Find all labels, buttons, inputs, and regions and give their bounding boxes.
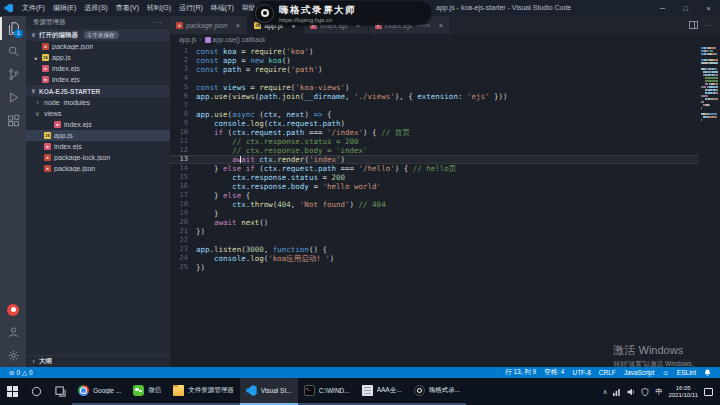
code-line-24[interactable]: 24 console.log('koa应用启动! '): [170, 254, 698, 263]
code-editor[interactable]: 1const koa = require('koa')2const app = …: [170, 45, 720, 367]
code-line-9[interactable]: 9 console.log(ctx.request.path): [170, 119, 698, 128]
code-line-23[interactable]: 23app.listen(3000, function() {: [170, 245, 698, 254]
tree-item-node_modules[interactable]: ›node_modules: [26, 97, 170, 108]
search-icon[interactable]: [0, 40, 26, 63]
security-shield-icon[interactable]: [641, 388, 649, 396]
network-icon[interactable]: [613, 388, 621, 396]
tree-item-views[interactable]: ∨views: [26, 108, 170, 119]
code-line-25[interactable]: 25}): [170, 263, 698, 272]
open-editor-package.json[interactable]: npackage.json: [26, 41, 170, 52]
notifications-bell-icon[interactable]: [700, 369, 715, 377]
close-tab-icon[interactable]: ×: [234, 22, 241, 29]
activity-bar: 1: [0, 16, 26, 367]
tree-item-index.ejs[interactable]: eindex.ejs: [26, 141, 170, 152]
code-line-3[interactable]: 3const path = require('path'): [170, 65, 698, 74]
taskbar-app-Google ...[interactable]: Google ...: [72, 378, 127, 405]
code-line-8[interactable]: 8app.use(async (ctx, next) => {: [170, 110, 698, 119]
code-line-12[interactable]: 12 // ctx.response.body = 'index': [170, 146, 698, 155]
notification-center-icon[interactable]: [704, 388, 713, 396]
close-button[interactable]: ×: [697, 0, 720, 16]
cursor-position[interactable]: 行 13, 列 9: [501, 368, 540, 377]
open-editors-header[interactable]: ∨ 打开的编辑器 1 个未保存: [26, 29, 170, 41]
tree-item-app.js[interactable]: JSapp.js: [26, 130, 170, 141]
taskbar-app-AAA全...[interactable]: AAA全...: [356, 378, 408, 405]
code-line-10[interactable]: 10 if (ctx.request.path === '/index') { …: [170, 128, 698, 137]
open-editor-index.ejs[interactable]: eindex.ejs: [26, 63, 170, 74]
problems-indicator[interactable]: ⊘ 0 △ 0: [5, 369, 37, 377]
menu-选择[interactable]: 选择(S): [80, 3, 111, 13]
code-line-20[interactable]: 20 await next(): [170, 218, 698, 227]
indentation[interactable]: 空格: 4: [540, 368, 568, 377]
workbench: 1 资源管理器: [0, 16, 720, 367]
minimap-line: [701, 59, 718, 61]
source-control-icon[interactable]: [0, 63, 26, 86]
breadcrumb-item-1[interactable]: app.use() callback: [205, 36, 266, 43]
taskbar-app-文件资源管理器[interactable]: 文件资源管理器: [167, 378, 240, 405]
account-icon[interactable]: [0, 321, 26, 344]
tab-bar: npackage.json×JSapp.js●eindex.ejs×eindex…: [170, 16, 720, 34]
tab-package.json[interactable]: npackage.json×: [170, 16, 248, 34]
editor-more-actions-icon[interactable]: ···: [705, 22, 712, 29]
code-line-1[interactable]: 1const koa = require('koa'): [170, 47, 698, 56]
code-line-18[interactable]: 18 ctx.throw(404, 'Not found') // 404: [170, 200, 698, 209]
eol[interactable]: CRLF: [595, 369, 620, 376]
input-method-indicator[interactable]: 中: [655, 387, 662, 397]
code-line-5[interactable]: 5const views = require('koa-views'): [170, 83, 698, 92]
tree-item-package.json[interactable]: npackage.json: [26, 163, 170, 174]
outline-header[interactable]: › 大纲: [26, 355, 170, 367]
volume-icon[interactable]: [627, 388, 635, 396]
code-line-7[interactable]: 7: [170, 101, 698, 110]
project-header[interactable]: ∨ KOA-EJS-STARTER: [26, 85, 170, 97]
code-line-17[interactable]: 17 } else {: [170, 191, 698, 200]
open-editor-app.js[interactable]: ●JSapp.js: [26, 52, 170, 63]
tree-item-index.ejs[interactable]: eindex.ejs: [26, 119, 170, 130]
tray-chevron-icon[interactable]: ∧: [603, 388, 608, 396]
code-line-11[interactable]: 11 // ctx.response.status = 200: [170, 137, 698, 146]
language-mode[interactable]: JavaScript: [620, 369, 658, 376]
start-button[interactable]: [0, 378, 24, 405]
code-line-22[interactable]: 22: [170, 236, 698, 245]
cortana-search-button[interactable]: [24, 378, 48, 405]
taskbar-app-嗨格式录...[interactable]: 嗨格式录...: [408, 378, 466, 405]
tree-item-package-lock.json[interactable]: npackage-lock.json: [26, 152, 170, 163]
run-debug-icon[interactable]: [0, 86, 26, 109]
taskbar-app-微信[interactable]: 微信: [127, 378, 167, 405]
minimap[interactable]: [701, 47, 718, 121]
eslint-status[interactable]: ESLint: [673, 369, 700, 376]
window-title: app.js - koa-ejs-starter - Visual Studio…: [436, 4, 571, 11]
feedback-smiley-icon[interactable]: ☺: [658, 369, 673, 376]
menu-文件[interactable]: 文件(F): [18, 3, 49, 13]
code-line-21[interactable]: 21}): [170, 227, 698, 236]
clock[interactable]: 16:05 2021/10/11: [668, 385, 698, 399]
taskbar-app-C:\WIND...[interactable]: C:\WIND...: [298, 378, 356, 405]
menu-终端[interactable]: 终端(T): [207, 3, 238, 13]
breadcrumb-item-0[interactable]: app.js: [179, 36, 196, 43]
minimize-button[interactable]: ─: [651, 0, 674, 16]
minimap-line: [701, 89, 718, 91]
maximize-button[interactable]: □: [674, 0, 697, 16]
code-line-16[interactable]: 16 ctx.response.body = 'hello world': [170, 182, 698, 191]
menu-转到[interactable]: 转到(G): [143, 3, 175, 13]
recorder-extension-icon[interactable]: [0, 298, 26, 321]
open-editor-index.ejs[interactable]: eindex.ejs: [26, 74, 170, 85]
sidebar-more-actions-icon[interactable]: ···: [154, 19, 164, 26]
code-line-19[interactable]: 19 }: [170, 209, 698, 218]
code-line-14[interactable]: 14 } else if (ctx.request.path === '/hel…: [170, 164, 698, 173]
extensions-icon[interactable]: [0, 109, 26, 132]
task-view-button[interactable]: [48, 378, 72, 405]
js-file-icon: JS: [42, 54, 49, 61]
close-tab-icon[interactable]: ×: [437, 22, 444, 29]
encoding[interactable]: UTF-8: [568, 369, 594, 376]
code-line-6[interactable]: 6app.use(views(path.join(__dirname, './v…: [170, 92, 698, 101]
code-line-15[interactable]: 15 ctx.response.status = 200: [170, 173, 698, 182]
menu-查看[interactable]: 查看(V): [112, 3, 143, 13]
code-line-4[interactable]: 4: [170, 74, 698, 83]
code-line-2[interactable]: 2const app = new koa(): [170, 56, 698, 65]
taskbar-app-Visual St...[interactable]: Visual St...: [240, 378, 298, 405]
code-line-13[interactable]: 13 await ctx.render('index'): [170, 155, 698, 164]
settings-gear-icon[interactable]: [0, 344, 26, 367]
split-editor-button[interactable]: [689, 21, 698, 29]
menu-编辑[interactable]: 编辑(E): [49, 3, 80, 13]
menu-运行[interactable]: 运行(R): [175, 3, 207, 13]
explorer-icon[interactable]: 1: [0, 17, 26, 40]
